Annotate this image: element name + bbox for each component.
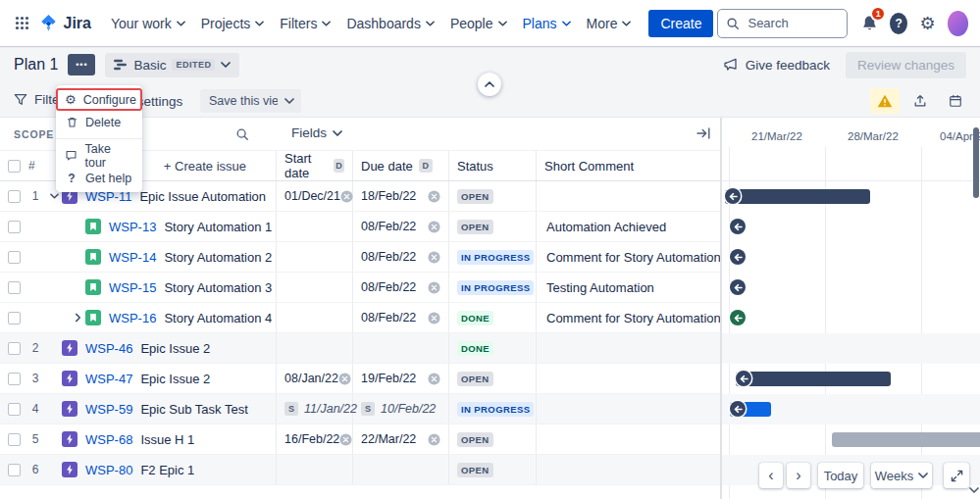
issue-key[interactable]: WSP-68 [85, 432, 132, 447]
chevron-down-icon [284, 98, 294, 104]
save-view-dropdown-button[interactable] [278, 89, 301, 113]
menu-item-take-tour[interactable]: Take tour [56, 144, 142, 167]
comment-column-header[interactable]: Short Comment [537, 151, 720, 180]
nav-item-filters[interactable]: Filters [272, 10, 338, 37]
warning-button[interactable] [870, 88, 900, 114]
issue-summary: Story Automation 3 [164, 280, 272, 295]
remove-date-icon[interactable] [428, 190, 440, 203]
issue-key[interactable]: WSP-59 [85, 402, 132, 417]
row-checkbox[interactable] [8, 373, 21, 385]
issue-key[interactable]: WSP-15 [109, 280, 156, 295]
review-changes-button[interactable]: Review changes [846, 52, 966, 78]
remove-date-icon[interactable] [428, 221, 440, 233]
issue-key[interactable]: WSP-13 [109, 220, 156, 234]
expand-icon [951, 470, 963, 482]
nav-item-dashboards[interactable]: Dashboards [338, 10, 442, 37]
select-all-checkbox[interactable] [8, 160, 21, 173]
remove-date-icon[interactable] [428, 373, 440, 385]
nav-item-label: Dashboards [346, 16, 421, 31]
create-button[interactable]: Create [648, 10, 713, 37]
collapse-header-button[interactable] [478, 73, 501, 96]
fullscreen-button[interactable] [944, 463, 969, 488]
due-date-cell: 08/Feb/22 [353, 212, 449, 241]
start-date-column-header[interactable]: Start date D [277, 151, 353, 180]
nav-item-projects[interactable]: Projects [193, 10, 273, 37]
expander-right-icon[interactable] [72, 315, 83, 321]
export-button[interactable] [905, 88, 935, 114]
status-badge: IN PROGRESS [457, 280, 534, 295]
chevron-down-icon [562, 21, 571, 26]
issue-key[interactable]: WSP-16 [109, 311, 156, 325]
scrollbar-down-arrow-icon[interactable] [969, 481, 979, 496]
row-checkbox[interactable] [8, 464, 21, 476]
date-value: 10/Feb/22 [381, 402, 436, 416]
user-avatar[interactable] [948, 11, 968, 36]
table-row: WSP-16Story Automation 408/Feb/22DONECom… [0, 303, 720, 333]
row-checkbox[interactable] [8, 342, 21, 355]
nav-item-people[interactable]: People [442, 10, 515, 37]
notifications-button[interactable]: 1 [859, 11, 880, 36]
issue-key[interactable]: WSP-14 [109, 250, 156, 265]
status-badge: OPEN [457, 432, 493, 447]
row-number: 3 [28, 372, 42, 385]
calendar-button[interactable] [941, 88, 970, 114]
remove-date-icon[interactable] [340, 190, 353, 203]
row-checkbox[interactable] [8, 312, 21, 324]
remove-date-icon[interactable] [339, 433, 352, 446]
remove-date-icon[interactable] [428, 433, 440, 446]
issue-key[interactable]: WSP-80 [85, 463, 132, 477]
fields-dropdown[interactable]: Fields [291, 125, 342, 140]
remove-date-icon[interactable] [428, 281, 440, 294]
schedule-bar[interactable] [832, 432, 980, 447]
table-row: 6WSP-80F2 Epic 1OPEN [0, 455, 720, 485]
view-selector-dropdown[interactable]: Basic EDITED [105, 53, 239, 77]
nav-item-label: People [450, 16, 493, 31]
jira-logo[interactable]: Jira [38, 13, 90, 33]
row-checkbox[interactable] [8, 403, 21, 416]
due-date-cell: 08/Feb/22 [353, 303, 449, 332]
scope-search-icon[interactable] [235, 127, 249, 141]
help-button[interactable]: ? [890, 13, 907, 34]
due-date-cell: S10/Feb/22 [353, 394, 449, 424]
timeline-row [722, 242, 980, 273]
status-column-header[interactable]: Status [449, 151, 537, 180]
due-date-column-header[interactable]: Due date D [353, 151, 449, 180]
give-feedback-button[interactable]: Give feedback [723, 58, 830, 73]
remove-date-icon[interactable] [338, 373, 351, 385]
menu-item-configure[interactable]: ⚙Configure [56, 88, 142, 111]
create-issue-button[interactable]: + Create issue [164, 159, 246, 174]
issue-key[interactable]: WSP-47 [85, 372, 132, 386]
chevron-down-icon [333, 130, 342, 136]
app-switcher-icon[interactable] [12, 11, 32, 36]
remove-date-icon[interactable] [428, 312, 440, 324]
scroll-left-button[interactable]: ‹ [759, 463, 783, 488]
remove-date-icon[interactable] [428, 251, 440, 264]
nav-item-plans[interactable]: Plans [515, 10, 579, 37]
menu-item-delete[interactable]: Delete [56, 111, 142, 133]
date-value: 08/Feb/22 [361, 311, 416, 324]
row-checkbox[interactable] [8, 251, 21, 264]
settings-gear-icon[interactable]: ⚙ [919, 15, 935, 32]
expander-down-icon[interactable] [48, 193, 60, 199]
today-button[interactable]: Today [818, 463, 863, 488]
issue-key[interactable]: WSP-46 [85, 341, 132, 356]
schedule-bar[interactable] [725, 189, 870, 204]
row-checkbox[interactable] [8, 433, 21, 446]
nav-item-more[interactable]: More [579, 10, 640, 37]
collapse-fields-panel-icon[interactable] [696, 127, 712, 139]
menu-item-get-help[interactable]: ?Get help [56, 167, 142, 189]
scroll-right-button[interactable]: › [787, 463, 810, 488]
vertical-scrollbar-thumb[interactable] [973, 127, 979, 198]
date-value: 19/Feb/22 [361, 372, 416, 385]
nav-item-your-work[interactable]: Your work [103, 10, 193, 37]
nav-item-label: Filters [280, 16, 317, 31]
zoom-level-dropdown[interactable]: Weeks [871, 463, 932, 488]
status-cell: OPEN [449, 181, 537, 211]
row-checkbox[interactable] [8, 281, 21, 294]
schedule-bar[interactable] [736, 372, 891, 386]
status-cell: IN PROGRESS [449, 394, 537, 424]
plan-more-button[interactable]: ••• [68, 54, 95, 75]
row-checkbox[interactable] [8, 190, 21, 203]
row-checkbox[interactable] [8, 221, 21, 233]
date-value: 18/Feb/22 [361, 189, 416, 203]
